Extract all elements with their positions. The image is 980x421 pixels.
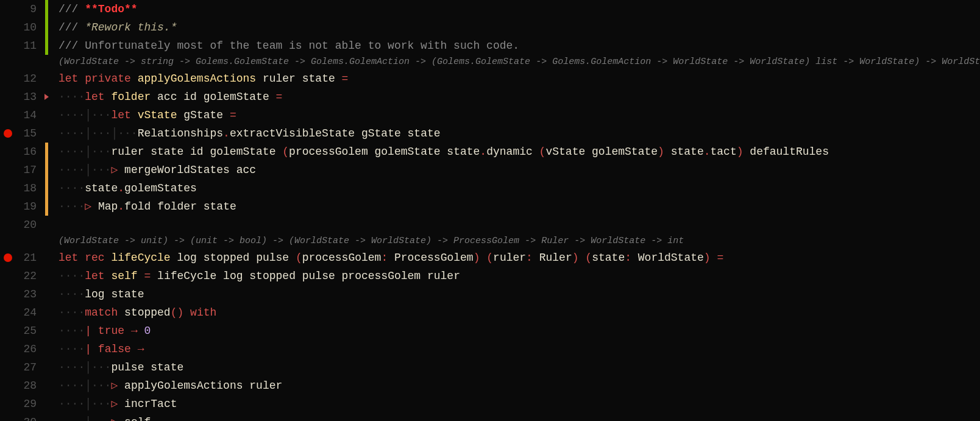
line-number[interactable]: 22 <box>0 267 37 285</box>
code-area[interactable]: /// **Todo** /// *Rework this.* /// Unfo… <box>51 0 980 421</box>
line-number-gutter[interactable]: 9 10 11 12 13 14 15 16 17 18 19 20 21 22… <box>0 0 43 421</box>
line-number[interactable]: 18 <box>0 179 37 197</box>
line-number[interactable]: 15 <box>0 124 37 143</box>
pipe-icon: ▷ <box>85 200 91 213</box>
code-line[interactable]: ····│···▷ applyGolemsActions ruler <box>59 377 980 395</box>
line-number[interactable]: 11 <box>0 37 37 55</box>
line-number[interactable]: 13 <box>0 88 37 106</box>
breakpoint-icon[interactable] <box>4 253 12 262</box>
line-number[interactable]: 30 <box>0 413 37 421</box>
code-line[interactable]: ····| true → 0 <box>59 322 980 340</box>
line-number[interactable]: 14 <box>0 106 37 124</box>
code-line[interactable]: ····│···ruler state id golemState (proce… <box>59 143 980 161</box>
code-line[interactable]: ····▷ Map.fold folder state <box>59 197 980 216</box>
change-mark-modified <box>45 143 48 161</box>
change-marks-gutter <box>43 0 51 421</box>
line-number[interactable]: 21 <box>0 249 37 267</box>
line-number[interactable]: 25 <box>0 322 37 340</box>
code-line[interactable]: ····let self = lifeCycle log stopped pul… <box>59 267 980 285</box>
line-number[interactable]: 28 <box>0 377 37 395</box>
line-number[interactable]: 17 <box>0 161 37 179</box>
code-line[interactable]: ····| false → <box>59 340 980 358</box>
code-line[interactable]: let rec lifeCycle log stopped pulse (pro… <box>59 249 980 267</box>
code-line[interactable] <box>59 216 980 234</box>
change-mark-modified <box>45 197 48 216</box>
code-line[interactable]: ····state.golemStates <box>59 179 980 197</box>
breakpoint-icon[interactable] <box>4 129 12 138</box>
code-line[interactable]: let private applyGolemsActions ruler sta… <box>59 69 980 88</box>
code-line[interactable]: ····log state <box>59 285 980 303</box>
line-number[interactable]: 10 <box>0 18 37 37</box>
todo-marker: **Todo** <box>85 3 137 15</box>
line-number[interactable]: 19 <box>0 197 37 216</box>
code-line[interactable]: ····│···let vState gState = <box>59 106 980 124</box>
code-line[interactable]: /// **Todo** <box>59 0 980 18</box>
code-editor[interactable]: 9 10 11 12 13 14 15 16 17 18 19 20 21 22… <box>0 0 980 421</box>
code-line[interactable]: /// *Rework this.* <box>59 18 980 37</box>
change-mark-added <box>45 18 48 37</box>
line-number <box>0 234 37 249</box>
code-line[interactable]: /// Unfortunately most of the team is no… <box>59 37 980 55</box>
line-number[interactable]: 9 <box>0 0 37 18</box>
pipe-icon: ▷ <box>111 380 118 392</box>
pipe-icon: ▷ <box>111 164 118 176</box>
code-line[interactable]: ····│···pulse state <box>59 358 980 377</box>
type-hint: (WorldState -> string -> Golems.GolemSta… <box>59 55 980 69</box>
change-mark-modified <box>45 179 48 197</box>
pipe-icon: ▷ <box>111 398 118 410</box>
code-line[interactable]: ····│···▷ self <box>59 413 980 421</box>
line-number[interactable]: 27 <box>0 358 37 377</box>
code-line[interactable]: ····let folder acc id golemState = <box>59 88 980 106</box>
code-line[interactable]: ····│···▷ mergeWorldStates acc <box>59 161 980 179</box>
line-number <box>0 55 37 69</box>
type-hint: (WorldState -> unit) -> (unit -> bool) -… <box>59 234 980 249</box>
change-mark-modified <box>45 161 48 179</box>
code-line[interactable]: ····│···│···Relationships.extractVisible… <box>59 124 980 143</box>
code-line[interactable]: ····│···▷ incrTact <box>59 395 980 413</box>
line-number[interactable]: 24 <box>0 303 37 322</box>
fold-caret-icon[interactable] <box>44 94 49 100</box>
pipe-icon: ▷ <box>111 416 118 421</box>
change-mark-added <box>45 37 48 55</box>
line-number[interactable]: 23 <box>0 285 37 303</box>
line-number[interactable]: 26 <box>0 340 37 358</box>
line-number[interactable]: 12 <box>0 69 37 88</box>
line-number[interactable]: 16 <box>0 143 37 161</box>
code-line[interactable]: ····match stopped() with <box>59 303 980 322</box>
change-mark-added <box>45 0 48 18</box>
line-number[interactable]: 20 <box>0 216 37 234</box>
line-number[interactable]: 29 <box>0 395 37 413</box>
